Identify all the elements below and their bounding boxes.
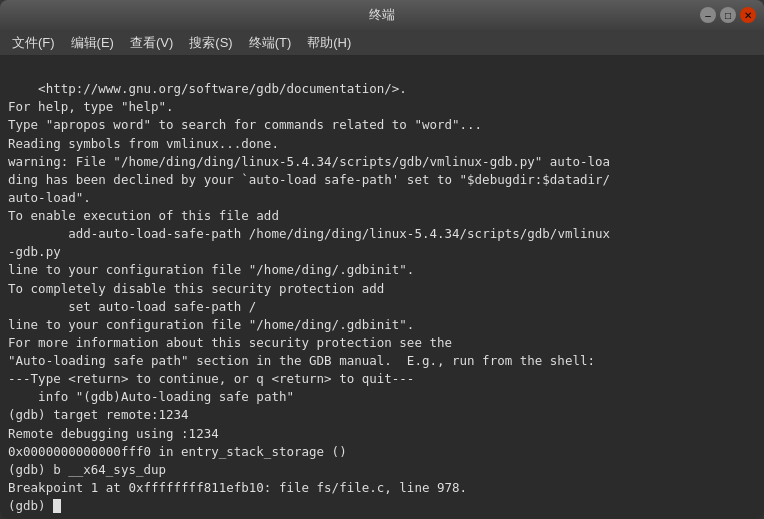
title-bar: 终端 – □ ✕ bbox=[0, 0, 764, 30]
menu-item[interactable]: 搜索(S) bbox=[181, 32, 240, 54]
terminal-body[interactable]: <http://www.gnu.org/software/gdb/documen… bbox=[0, 56, 764, 519]
close-button[interactable]: ✕ bbox=[740, 7, 756, 23]
terminal-window: 终端 – □ ✕ 文件(F)编辑(E)查看(V)搜索(S)终端(T)帮助(H) … bbox=[0, 0, 764, 519]
terminal-output: <http://www.gnu.org/software/gdb/documen… bbox=[8, 62, 756, 515]
window-title: 终端 bbox=[369, 6, 395, 24]
window-controls: – □ ✕ bbox=[700, 7, 756, 23]
minimize-button[interactable]: – bbox=[700, 7, 716, 23]
menu-item[interactable]: 查看(V) bbox=[122, 32, 181, 54]
terminal-cursor bbox=[53, 499, 61, 513]
menu-item[interactable]: 帮助(H) bbox=[299, 32, 359, 54]
menu-item[interactable]: 编辑(E) bbox=[63, 32, 122, 54]
menu-item[interactable]: 终端(T) bbox=[241, 32, 300, 54]
menu-bar: 文件(F)编辑(E)查看(V)搜索(S)终端(T)帮助(H) bbox=[0, 30, 764, 56]
maximize-button[interactable]: □ bbox=[720, 7, 736, 23]
menu-item[interactable]: 文件(F) bbox=[4, 32, 63, 54]
